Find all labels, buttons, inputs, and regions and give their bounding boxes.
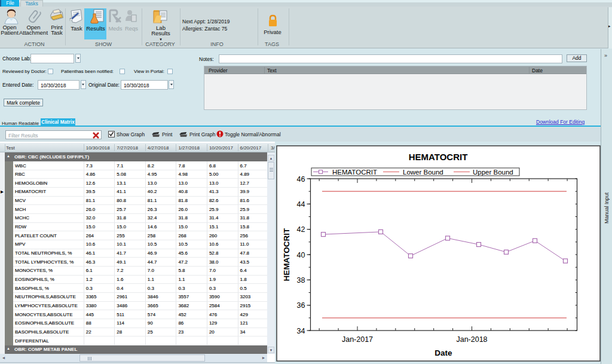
- svg-text:Jan-2017: Jan-2017: [342, 335, 373, 344]
- svg-text:Lower Bound: Lower Bound: [403, 169, 443, 176]
- svg-text:46: 46: [297, 175, 305, 183]
- svg-text:34: 34: [297, 327, 305, 335]
- svg-text:Upper Bound: Upper Bound: [473, 169, 513, 176]
- svg-text:44: 44: [297, 200, 305, 209]
- svg-text:HEMATOCRIT: HEMATOCRIT: [409, 152, 468, 162]
- svg-text:42: 42: [297, 225, 305, 234]
- svg-text:36: 36: [297, 301, 305, 310]
- svg-text:38: 38: [297, 276, 305, 285]
- svg-text:Jan-2018: Jan-2018: [456, 335, 487, 344]
- svg-text:40: 40: [297, 251, 305, 259]
- svg-text:Date: Date: [434, 348, 452, 357]
- svg-text:HEMATOCRIT: HEMATOCRIT: [332, 169, 377, 176]
- svg-text:HEMATOCRIT: HEMATOCRIT: [282, 228, 291, 281]
